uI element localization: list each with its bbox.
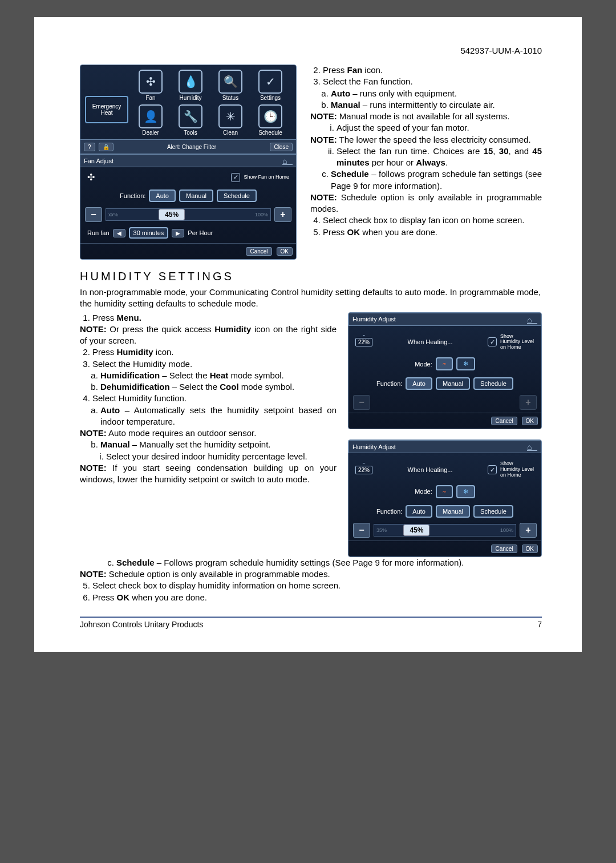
hum-mode-manual[interactable]: Manual (436, 377, 470, 390)
runfan-left[interactable]: ◀ (113, 229, 125, 237)
mode-heat[interactable]: 𝄐 (436, 485, 453, 498)
humidity-screen-auto: Humidity Adjust 22% When Heating... ✓ Sh… (348, 312, 542, 430)
schedule-icon: 🕒 (258, 104, 282, 128)
hum-mode-schedule[interactable]: Schedule (473, 505, 513, 518)
humidity-intro: In non-programmable mode, your Communica… (80, 287, 542, 310)
ok-button[interactable]: OK (277, 247, 293, 256)
close-button[interactable]: Close (270, 143, 293, 151)
decrease-button[interactable]: − (353, 523, 370, 538)
humidity-icon: 💧 (179, 70, 202, 94)
menu-item-dealer[interactable]: 👤Dealer (134, 104, 167, 136)
cancel-button[interactable]: Cancel (491, 545, 517, 553)
hum-mode-schedule[interactable]: Schedule (473, 377, 513, 390)
dealer-icon: 👤 (139, 104, 163, 128)
left-screens: Emergency Heat ✣Fan 💧Humidity 🔍Status ✓S… (80, 64, 297, 260)
hum-mode-auto[interactable]: Auto (406, 505, 432, 518)
hum-mode-auto[interactable]: Auto (406, 377, 432, 390)
fan-adjust-title: Fan Adjust (84, 158, 114, 164)
tools-icon: 🔧 (179, 104, 202, 128)
alert-text: Alert: Change Filter (117, 144, 267, 150)
runfan-value: 30 minutes (129, 227, 169, 239)
help-button[interactable]: ? (84, 143, 95, 151)
runfan-label: Run fan (87, 229, 110, 236)
clean-icon: ✳ (218, 104, 242, 128)
humidity-badge: 22% (355, 338, 372, 346)
fan-small-icon: ✣ (87, 172, 95, 183)
show-fan-checkbox[interactable]: ✓ (231, 173, 240, 182)
home-icon[interactable] (527, 315, 537, 324)
home-icon[interactable] (527, 442, 537, 451)
fan-icon: ✣ (139, 70, 163, 94)
emergency-heat-button[interactable]: Emergency Heat (85, 96, 128, 123)
fan-instructions: Press Fan icon. Select the Fan function.… (310, 64, 542, 238)
settings-icon: ✓ (258, 70, 282, 94)
mode-heat[interactable]: 𝄐 (436, 357, 453, 370)
show-humidity-checkbox[interactable]: ✓ (488, 337, 497, 346)
increase-button[interactable]: + (520, 523, 537, 538)
perhour-label: Per Hour (188, 229, 213, 236)
document-id: 542937-UUM-A-1010 (80, 46, 542, 55)
menu-item-fan[interactable]: ✣Fan (134, 70, 167, 101)
menu-item-status[interactable]: 🔍Status (214, 70, 247, 101)
humidity-instructions: Press Menu. NOTE: Or press the quick acc… (80, 312, 337, 486)
decrease-button[interactable]: − (85, 207, 102, 222)
fan-slider[interactable]: xx% 45% 100% (106, 208, 271, 221)
humidity-badge: 22% (355, 466, 372, 474)
home-icon[interactable] (282, 156, 293, 165)
show-fan-label: Show Fan on Home (244, 175, 289, 180)
page: 542937-UUM-A-1010 Emergency Heat ✣Fan 💧H… (34, 17, 582, 652)
fan-mode-manual[interactable]: Manual (179, 189, 213, 202)
decrease-button: − (353, 395, 370, 410)
mode-cool[interactable]: ❄ (456, 485, 475, 498)
humidity-slider[interactable]: 35% 45% 100% (374, 524, 516, 537)
increase-button: + (520, 395, 537, 410)
footer-left: Johnson Controls Unitary Products (80, 620, 203, 629)
status-icon: 🔍 (218, 70, 242, 94)
fan-mode-auto[interactable]: Auto (149, 189, 176, 202)
menu-item-clean[interactable]: ✳Clean (214, 104, 247, 136)
menu-screen: Emergency Heat ✣Fan 💧Humidity 🔍Status ✓S… (80, 64, 297, 260)
humidity-heading: HUMIDITY SETTINGS (80, 270, 542, 283)
fan-mode-schedule[interactable]: Schedule (217, 189, 257, 202)
show-humidity-checkbox[interactable]: ✓ (488, 465, 497, 474)
runfan-right[interactable]: ▶ (172, 229, 184, 237)
menu-item-settings[interactable]: ✓Settings (254, 70, 287, 101)
menu-item-humidity[interactable]: 💧Humidity (174, 70, 207, 101)
ok-button[interactable]: OK (522, 545, 538, 553)
humidity-screen-manual: Humidity Adjust 22% When Heating... ✓ Sh… (348, 439, 542, 557)
menu-item-schedule[interactable]: 🕒Schedule (254, 104, 287, 136)
menu-item-tools[interactable]: 🔧Tools (174, 104, 207, 136)
footer-page-number: 7 (537, 620, 542, 629)
humidity-instructions-continued: Schedule – Follows program schedule humi… (80, 557, 542, 603)
increase-button[interactable]: + (274, 207, 291, 222)
page-footer: Johnson Controls Unitary Products 7 (80, 616, 542, 629)
function-label: Function: (120, 192, 145, 199)
cancel-button[interactable]: Cancel (491, 417, 517, 425)
hum-mode-manual[interactable]: Manual (436, 505, 470, 518)
ok-button[interactable]: OK (522, 417, 538, 425)
slider-value: 45% (159, 209, 185, 220)
mode-cool[interactable]: ❄ (456, 357, 475, 370)
cancel-button[interactable]: Cancel (246, 247, 271, 256)
lock-icon[interactable]: 🔒 (99, 143, 114, 151)
